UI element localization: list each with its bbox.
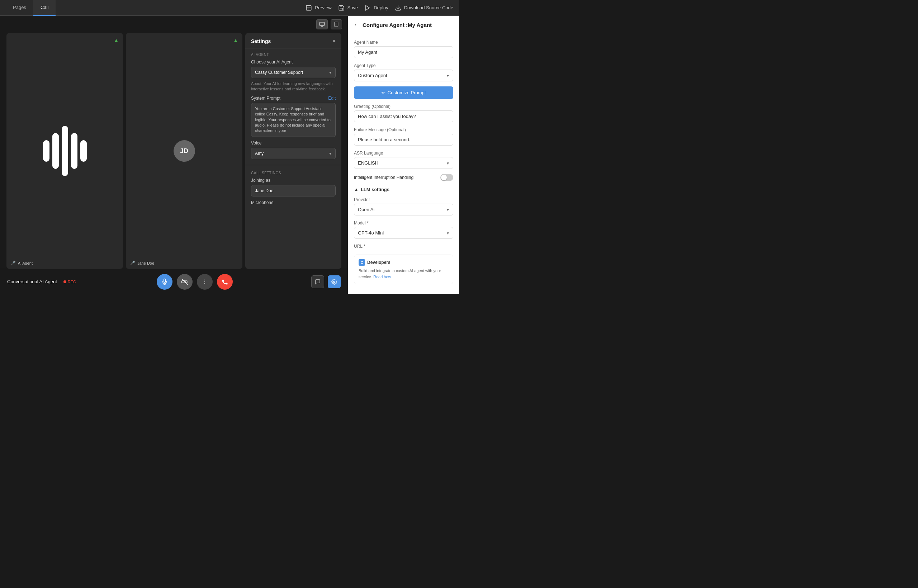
rec-dot	[63, 280, 66, 283]
nav-actions: Preview Save Deploy Download Source Code	[305, 4, 453, 12]
download-source-button[interactable]: Download Source Code	[394, 4, 453, 12]
toggle-knob	[441, 174, 447, 180]
center-content: ▲ 🎤 Ai Agent ▲ JD 🎤	[0, 16, 348, 294]
ai-wifi-icon: ▲	[114, 37, 119, 43]
interruption-toggle[interactable]	[440, 174, 453, 181]
agent-select[interactable]: Cassy Customer Support Other Agent 1	[251, 67, 336, 78]
asr-select[interactable]: ENGLISH SPANISH FRENCH	[354, 157, 453, 169]
agent-select-wrapper: Cassy Customer Support Other Agent 1 ▼	[251, 67, 336, 78]
joining-as-input[interactable]	[251, 185, 336, 197]
model-select-arrow: ▼	[446, 231, 450, 235]
svg-point-12	[204, 281, 205, 282]
user-participant-label: 🎤 Jane Doe	[130, 261, 154, 265]
deploy-icon	[364, 4, 372, 12]
ai-waveform	[43, 126, 87, 176]
provider-field-label: Provider	[354, 197, 453, 202]
right-panel-body: Agent Name Agent Type Custom Agent Stand…	[348, 34, 459, 290]
provider-select-wrapper: Open Ai Anthropic Google ▼	[354, 204, 453, 215]
agent-name-input[interactable]	[354, 46, 453, 58]
voice-label: Voice	[251, 141, 336, 145]
user-wifi-icon: ▲	[233, 37, 238, 43]
edit-prompt-link[interactable]: Edit	[328, 96, 336, 101]
svg-rect-0	[307, 5, 312, 10]
main-layout: ▲ 🎤 Ai Agent ▲ JD 🎤	[0, 16, 459, 294]
save-icon	[338, 4, 345, 12]
customize-prompt-button[interactable]: ✏ Customize Prompt	[354, 86, 453, 99]
waveform-bar-2	[52, 133, 59, 169]
interruption-label: Intelligent Interruption Handling	[354, 175, 414, 180]
bottom-left: Conversational AI Agent REC	[7, 279, 78, 285]
llm-section-header[interactable]: ▲ LLM settings	[354, 187, 453, 192]
mic-icon-user: 🎤	[130, 261, 135, 265]
settings-button[interactable]	[328, 275, 341, 288]
waveform-bar-3	[62, 126, 68, 176]
book-icon	[305, 4, 313, 12]
dev-header: C Developers	[359, 259, 449, 266]
agent-type-select[interactable]: Custom Agent Standard Agent	[354, 69, 453, 81]
settings-panel: Settings × AI AGENT Choose your AI Agent…	[245, 33, 341, 269]
svg-rect-3	[320, 22, 324, 26]
right-panel-header: ← Configure Agent :My Agant	[348, 16, 459, 34]
save-button[interactable]: Save	[338, 4, 358, 12]
ai-participant-label: 🎤 Ai Agent	[11, 261, 32, 265]
top-navigation: Pages Call Preview Save Deploy Download	[0, 0, 459, 16]
provider-select[interactable]: Open Ai Anthropic Google	[354, 204, 453, 215]
customize-icon: ✏	[381, 90, 385, 95]
model-select[interactable]: GPT-4o Mini GPT-4o GPT-4	[354, 227, 453, 239]
voice-select[interactable]: Amy Other Voice	[251, 148, 336, 159]
hang-up-button[interactable]	[217, 274, 233, 290]
configure-agent-title: Configure Agent :My Agant	[362, 22, 432, 28]
more-options-button[interactable]	[197, 274, 213, 290]
mobile-view-button[interactable]	[331, 19, 342, 29]
bottom-right	[311, 275, 341, 288]
system-prompt-label: System Prompt	[251, 96, 280, 101]
call-settings-section: CALL SETTINGS Joining as Microphone	[245, 167, 341, 212]
ai-agent-section-label: AI AGENT	[251, 53, 336, 57]
asr-field-label: ASR Language	[354, 150, 453, 156]
svg-line-10	[182, 279, 188, 285]
dev-desc: Build and integrate a custom AI agent wi…	[359, 268, 449, 279]
waveform-bar-1	[43, 140, 50, 162]
settings-close-button[interactable]: ×	[333, 38, 336, 44]
greeting-field-label: Greeting (Optional)	[354, 104, 453, 109]
right-panel: ← Configure Agent :My Agant Agent Name A…	[348, 16, 459, 294]
svg-point-11	[204, 279, 205, 280]
system-prompt-box: You are a Customer Support Assistant cal…	[251, 103, 336, 137]
app-name: Conversational AI Agent	[7, 279, 57, 284]
settings-divider	[245, 165, 341, 165]
model-select-wrapper: GPT-4o Mini GPT-4o GPT-4 ▼	[354, 227, 453, 239]
mic-icon-ai: 🎤	[11, 261, 16, 265]
desktop-view-button[interactable]	[316, 19, 328, 29]
bottom-bar: Conversational AI Agent REC	[0, 269, 348, 294]
asr-select-arrow: ▼	[446, 161, 450, 165]
read-how-link[interactable]: Read how	[373, 275, 391, 279]
call-settings-label: CALL SETTINGS	[251, 171, 336, 175]
dev-logo: C	[359, 259, 365, 266]
preview-button[interactable]: Preview	[305, 4, 331, 12]
greeting-input[interactable]	[354, 110, 453, 122]
download-icon	[394, 4, 402, 12]
svg-point-13	[204, 283, 205, 284]
tab-pages[interactable]: Pages	[6, 0, 33, 16]
video-area: ▲ 🎤 Ai Agent ▲ JD 🎤	[0, 33, 348, 269]
choose-agent-label: Choose your AI Agent	[251, 60, 336, 65]
svg-marker-1	[366, 5, 370, 10]
asr-select-wrapper: ENGLISH SPANISH FRENCH ▼	[354, 157, 453, 169]
nav-tabs: Pages Call	[6, 0, 56, 16]
mic-button[interactable]	[157, 274, 173, 290]
agent-type-select-wrapper: Custom Agent Standard Agent ▼	[354, 69, 453, 81]
video-off-button[interactable]	[177, 274, 192, 290]
dev-name: Developers	[367, 260, 391, 265]
user-video-panel: ▲ JD 🎤 Jane Doe	[126, 33, 242, 269]
developers-box: C Developers Build and integrate a custo…	[354, 255, 453, 284]
rec-badge: REC	[61, 279, 78, 285]
back-arrow[interactable]: ←	[354, 21, 360, 28]
tab-call[interactable]: Call	[33, 0, 56, 16]
voice-select-wrapper: Amy Other Voice ▼	[251, 148, 336, 159]
llm-collapse-icon: ▲	[354, 187, 359, 192]
agent-about-text: About: Your AI for learning new language…	[251, 81, 336, 92]
chat-button[interactable]	[311, 275, 324, 288]
failure-input[interactable]	[354, 134, 453, 145]
deploy-button[interactable]: Deploy	[364, 4, 388, 12]
agent-type-select-arrow: ▼	[446, 73, 450, 78]
